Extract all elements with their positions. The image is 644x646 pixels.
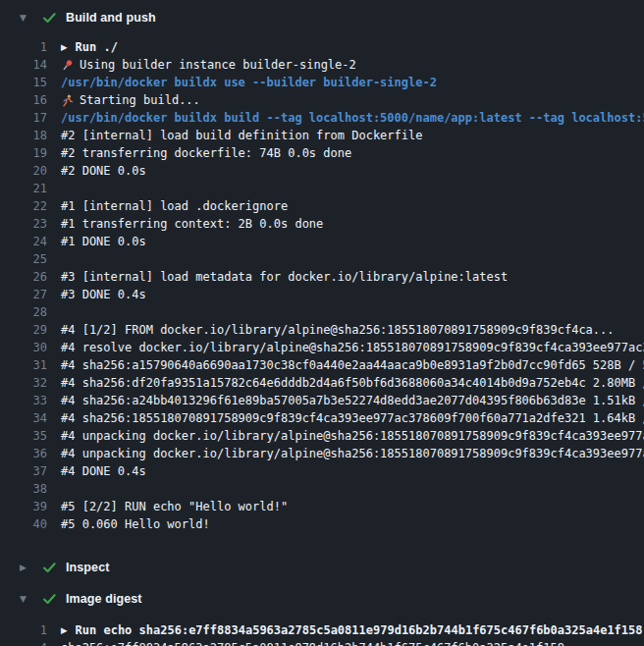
line-number[interactable]: 23 xyxy=(0,215,47,233)
log-line: 32#4 sha256:df20fa9351a15782c64e6dddb2d4… xyxy=(0,374,644,392)
line-content: ▶Run ./ xyxy=(47,38,644,56)
log-lines-build-and-push: 1▶Run ./14Using builder instance builder… xyxy=(0,31,644,533)
line-number[interactable]: 29 xyxy=(0,321,47,339)
line-content: #4 [1/2] FROM docker.io/library/alpine@s… xyxy=(47,321,644,339)
line-number[interactable]: 36 xyxy=(0,445,47,462)
line-number[interactable]: 27 xyxy=(0,286,47,303)
line-number[interactable]: 14 xyxy=(0,56,47,74)
log-text: #1 DONE 0.0s xyxy=(61,233,146,250)
log-line: 25 xyxy=(0,250,644,268)
expand-run-icon[interactable]: ▶ xyxy=(61,38,68,56)
line-number[interactable]: 15 xyxy=(0,74,47,91)
line-content: #3 [internal] load metadata for docker.i… xyxy=(47,268,644,286)
line-content: #3 DONE 0.4s xyxy=(47,286,644,303)
log-line: 4sha256:e7ff8834a5963a2785c5a0811e979d16… xyxy=(0,639,644,646)
log-line: 14Using builder instance builder-single-… xyxy=(0,56,644,74)
line-content: #4 unpacking docker.io/library/alpine@sh… xyxy=(47,445,644,462)
check-icon xyxy=(42,11,57,25)
log-line: 38 xyxy=(0,480,644,498)
log-text: #5 0.060 Hello world! xyxy=(61,515,210,533)
log-text: Using builder instance builder-single-2 xyxy=(80,56,356,74)
workflow-log-viewer: ▼Build and push1▶Run ./14Using builder i… xyxy=(0,0,644,646)
log-section-image-digest: ▼Image digest1▶Run echo sha256:e7ff8834a… xyxy=(0,585,644,646)
line-number[interactable]: 34 xyxy=(0,409,47,427)
run-command-text: Run echo sha256:e7ff8834a5963a2785c5a081… xyxy=(76,621,643,639)
line-number[interactable]: 20 xyxy=(0,162,47,180)
line-number[interactable]: 1 xyxy=(0,38,47,56)
section-title: Build and push xyxy=(66,11,156,25)
check-icon xyxy=(42,592,57,606)
log-text: #1 transferring context: 2B 0.0s done xyxy=(61,215,323,233)
line-content: #1 transferring context: 2B 0.0s done xyxy=(47,215,644,233)
line-number[interactable]: 17 xyxy=(0,109,47,127)
line-number[interactable]: 40 xyxy=(0,515,47,533)
log-line: 26#3 [internal] load metadata for docker… xyxy=(0,268,644,286)
line-number[interactable]: 4 xyxy=(0,639,47,646)
line-number[interactable]: 30 xyxy=(0,339,47,356)
line-number[interactable]: 28 xyxy=(0,303,47,321)
log-line: 1▶Run ./ xyxy=(0,38,644,56)
line-number[interactable]: 21 xyxy=(0,180,47,197)
log-line: 34#4 sha256:185518070891758909c9f839cf4c… xyxy=(0,409,644,427)
line-number[interactable]: 16 xyxy=(0,91,47,109)
log-line: 24#1 DONE 0.0s xyxy=(0,233,644,250)
line-number[interactable]: 37 xyxy=(0,462,47,480)
log-text: #2 [internal] load build definition from… xyxy=(61,127,422,144)
line-content: #2 [internal] load build definition from… xyxy=(47,127,644,144)
log-line: 16Starting build... xyxy=(0,91,644,109)
line-number[interactable]: 25 xyxy=(0,250,47,268)
run-command-text: Run ./ xyxy=(76,38,118,56)
chevron-right-icon[interactable]: ▶ xyxy=(20,564,42,572)
line-number[interactable]: 22 xyxy=(0,197,47,215)
log-text: #3 DONE 0.4s xyxy=(61,286,146,303)
line-number[interactable]: 32 xyxy=(0,374,47,392)
log-text: #4 sha256:185518070891758909c9f839cf4ca3… xyxy=(61,409,644,427)
command-text: /usr/bin/docker buildx use --builder bui… xyxy=(61,74,437,91)
log-line: 18#2 [internal] load build definition fr… xyxy=(0,127,644,144)
line-number[interactable]: 18 xyxy=(0,127,47,144)
log-text: #4 unpacking docker.io/library/alpine@sh… xyxy=(61,427,644,445)
line-number[interactable]: 39 xyxy=(0,498,47,515)
pushpin-icon xyxy=(61,59,74,72)
line-content: #4 sha256:a24bb4013296f61e89ba57005a7b3e… xyxy=(47,392,644,409)
log-text: #4 sha256:a24bb4013296f61e89ba57005a7b3e… xyxy=(61,392,644,409)
log-text: #5 [2/2] RUN echo "Hello world!" xyxy=(61,498,288,515)
log-line: 15/usr/bin/docker buildx use --builder b… xyxy=(0,74,644,91)
line-content xyxy=(47,303,644,321)
section-header-build-and-push[interactable]: ▼Build and push xyxy=(0,4,644,31)
section-header-inspect[interactable]: ▶Inspect xyxy=(0,554,644,581)
log-line: 36#4 unpacking docker.io/library/alpine@… xyxy=(0,445,644,462)
runner-icon xyxy=(61,94,74,107)
line-content: #4 DONE 0.4s xyxy=(47,462,644,480)
line-number[interactable]: 35 xyxy=(0,427,47,445)
line-content: sha256:e7ff8834a5963a2785c5a0811e979d16b… xyxy=(47,639,644,646)
expand-run-icon[interactable]: ▶ xyxy=(61,621,68,639)
line-number[interactable]: 26 xyxy=(0,268,47,286)
line-number[interactable]: 33 xyxy=(0,392,47,409)
log-line: 23#1 transferring context: 2B 0.0s done xyxy=(0,215,644,233)
line-content xyxy=(47,180,644,197)
line-number[interactable]: 1 xyxy=(0,621,47,639)
chevron-down-icon[interactable]: ▼ xyxy=(20,14,42,23)
log-text: #4 unpacking docker.io/library/alpine@sh… xyxy=(61,445,644,462)
line-content: Using builder instance builder-single-2 xyxy=(47,56,644,74)
line-content: #1 DONE 0.0s xyxy=(47,233,644,250)
line-content: #2 transferring dockerfile: 74B 0.0s don… xyxy=(47,144,644,162)
line-content: /usr/bin/docker buildx build --tag local… xyxy=(47,109,644,127)
log-line: 27#3 DONE 0.4s xyxy=(0,286,644,303)
log-text: sha256:e7ff8834a5963a2785c5a0811e979d16b… xyxy=(61,639,564,646)
line-number[interactable]: 19 xyxy=(0,144,47,162)
log-line: 22#1 [internal] load .dockerignore xyxy=(0,197,644,215)
log-line: 30#4 resolve docker.io/library/alpine@sh… xyxy=(0,339,644,356)
line-number[interactable]: 38 xyxy=(0,480,47,498)
log-line: 40#5 0.060 Hello world! xyxy=(0,515,644,533)
log-section-inspect: ▶Inspect xyxy=(0,554,644,581)
line-content: #1 [internal] load .dockerignore xyxy=(47,197,644,215)
log-line: 29#4 [1/2] FROM docker.io/library/alpine… xyxy=(0,321,644,339)
chevron-down-icon[interactable]: ▼ xyxy=(20,595,42,604)
line-number[interactable]: 24 xyxy=(0,233,47,250)
line-number[interactable]: 31 xyxy=(0,356,47,374)
line-content: #4 sha256:185518070891758909c9f839cf4ca3… xyxy=(47,409,644,427)
line-content: #5 0.060 Hello world! xyxy=(47,515,644,533)
section-header-image-digest[interactable]: ▼Image digest xyxy=(0,585,644,613)
